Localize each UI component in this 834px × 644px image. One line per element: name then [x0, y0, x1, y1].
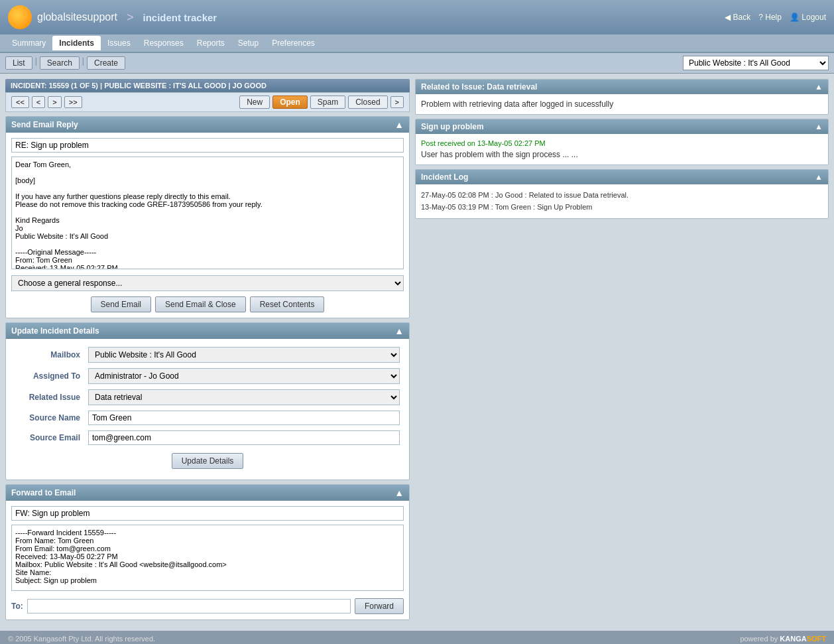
last-page-button[interactable]: >>: [64, 96, 82, 108]
logout-button[interactable]: 👤 Logout: [790, 13, 826, 22]
nav-bar: Summary Incidents Issues Responses Repor…: [0, 34, 834, 53]
mailbox-field[interactable]: Public Website : It's All Good: [88, 347, 400, 363]
more-button[interactable]: >: [390, 96, 404, 108]
mailbox-dropdown[interactable]: Public Website : It's All Good: [683, 56, 829, 70]
update-incident-header[interactable]: Update Incident Details ▲: [6, 323, 409, 339]
source-email-cell: [84, 428, 404, 448]
copyright-text: © 2005 Kangasoft Pty Ltd. All rights res…: [8, 635, 155, 643]
fwd-to-input[interactable]: [27, 599, 351, 613]
nav-responses[interactable]: Responses: [137, 36, 190, 50]
forward-email-header[interactable]: Forward to Email ▲: [6, 485, 409, 501]
source-name-row: Source Name: [11, 408, 404, 428]
sign-up-collapse-icon: ▲: [815, 122, 823, 131]
fwd-to-row: To: Forward: [11, 598, 404, 614]
related-issue-field[interactable]: Data retrieval: [88, 389, 400, 405]
related-issue-body: Problem with retrieving data after logge…: [416, 94, 828, 114]
assigned-to-label: Assigned To: [11, 365, 84, 387]
fwd-body-textarea[interactable]: -----Forward Incident 15559----- From Na…: [11, 525, 404, 591]
page-header: globalsitesupport > incident tracker ◀ B…: [0, 0, 834, 34]
send-email-title: Send Email Reply: [11, 120, 78, 129]
prev-page-button[interactable]: <: [32, 96, 45, 108]
nav-issues[interactable]: Issues: [101, 36, 137, 50]
sign-up-date: Post received on 13-May-05 02:27 PM: [421, 139, 823, 147]
related-issue-cell: Data retrieval: [84, 387, 404, 408]
forward-email-title: Forward to Email: [11, 488, 76, 497]
next-page-button[interactable]: >: [48, 96, 61, 108]
update-form-table: Mailbox Public Website : It's All Good A…: [11, 344, 404, 448]
spam-status-button[interactable]: Spam: [310, 96, 345, 109]
footer: © 2005 Kangasoft Pty Ltd. All rights res…: [0, 631, 834, 644]
related-issue-row: Related Issue Data retrieval: [11, 387, 404, 408]
incident-title: INCIDENT: 15559 (1 OF 5) | PUBLIC WEBSIT…: [5, 79, 410, 92]
send-email-panel: Send Email Reply ▲ Dear Tom Green, [body…: [5, 116, 410, 318]
update-incident-body: Mailbox Public Website : It's All Good A…: [6, 339, 409, 480]
fwd-to-label: To:: [11, 602, 23, 611]
closed-status-button[interactable]: Closed: [348, 96, 387, 109]
nav-incidents[interactable]: Incidents: [52, 36, 101, 50]
email-button-row: Send Email Send Email & Close Reset Cont…: [11, 296, 404, 312]
left-panel: INCIDENT: 15559 (1 OF 5) | PUBLIC WEBSIT…: [5, 79, 410, 620]
send-email-close-button[interactable]: Send Email & Close: [155, 296, 246, 312]
email-body-textarea[interactable]: Dear Tom Green, [body] If you have any f…: [11, 157, 404, 269]
assigned-to-field[interactable]: Administrator - Jo Good: [88, 368, 400, 384]
sign-up-panel: Sign up problem ▲ Post received on 13-Ma…: [415, 119, 829, 165]
update-incident-panel: Update Incident Details ▲ Mailbox Public…: [5, 322, 410, 480]
related-issue-text: Problem with retrieving data after logge…: [421, 99, 823, 109]
source-email-input[interactable]: [88, 430, 400, 445]
sign-up-title: Sign up problem: [421, 122, 484, 131]
open-status-button[interactable]: Open: [272, 96, 308, 109]
logo-icon: [8, 5, 32, 29]
help-button[interactable]: ? Help: [758, 13, 782, 22]
update-button-row: Update Details: [11, 448, 404, 474]
brand-soft: SOFT: [807, 635, 826, 643]
incident-log-panel: Incident Log ▲ 27-May-05 02:08 PM : Jo G…: [415, 169, 829, 219]
new-status-button[interactable]: New: [239, 96, 270, 109]
forward-email-collapse-icon: ▲: [394, 487, 404, 498]
mailbox-cell: Public Website : It's All Good: [84, 344, 404, 365]
nav-setup[interactable]: Setup: [231, 36, 265, 50]
related-issue-label: Related Issue: [11, 387, 84, 408]
search-button[interactable]: Search: [40, 56, 80, 70]
forward-button[interactable]: Forward: [355, 598, 404, 614]
send-email-body: Dear Tom Green, [body] If you have any f…: [6, 133, 409, 318]
forward-email-panel: Forward to Email ▲ -----Forward Incident…: [5, 484, 410, 620]
source-email-label: Source Email: [11, 428, 84, 448]
main-content: INCIDENT: 15559 (1 OF 5) | PUBLIC WEBSIT…: [0, 74, 834, 625]
send-email-button[interactable]: Send Email: [91, 296, 151, 312]
related-issue-collapse-icon: ▲: [815, 82, 823, 92]
nav-reports[interactable]: Reports: [190, 36, 231, 50]
fwd-subject-input[interactable]: [11, 506, 404, 521]
logo-area: globalsitesupport > incident tracker: [8, 5, 217, 29]
first-page-button[interactable]: <<: [11, 96, 29, 108]
source-name-label: Source Name: [11, 408, 84, 428]
toolbar: List | Search | Create Public Website : …: [0, 53, 834, 74]
incident-nav: << < > >> New Open Spam Closed >: [5, 92, 410, 112]
page-subtitle: incident tracker: [143, 12, 217, 23]
incident-log-header[interactable]: Incident Log ▲: [416, 170, 828, 184]
list-button[interactable]: List: [5, 56, 32, 70]
forward-email-body: -----Forward Incident 15559----- From Na…: [6, 501, 409, 619]
nav-preferences[interactable]: Preferences: [265, 36, 322, 50]
update-incident-collapse-icon: ▲: [394, 326, 404, 336]
incident-header-bar: INCIDENT: 15559 (1 OF 5) | PUBLIC WEBSIT…: [5, 79, 410, 112]
send-email-header[interactable]: Send Email Reply ▲: [6, 117, 409, 133]
toolbar-left: List | Search | Create: [5, 56, 125, 70]
sign-up-header[interactable]: Sign up problem ▲: [416, 119, 828, 134]
mailbox-selector: Public Website : It's All Good: [683, 56, 829, 70]
brand-kanga: KANGA: [780, 635, 806, 643]
reset-contents-button[interactable]: Reset Contents: [250, 296, 325, 312]
right-panel: Related to Issue: Data retrieval ▲ Probl…: [415, 79, 829, 620]
assigned-to-cell: Administrator - Jo Good: [84, 365, 404, 387]
source-name-input[interactable]: [88, 411, 400, 425]
back-button[interactable]: ◀ Back: [725, 13, 750, 22]
update-details-button[interactable]: Update Details: [172, 453, 244, 469]
sign-up-text: User has problem with the sign process .…: [421, 150, 823, 159]
incident-log-title: Incident Log: [421, 172, 468, 182]
create-button[interactable]: Create: [87, 56, 125, 70]
update-incident-title: Update Incident Details: [11, 326, 99, 336]
email-subject-input[interactable]: [11, 138, 404, 153]
nav-summary[interactable]: Summary: [5, 36, 52, 50]
general-response-select[interactable]: Choose a general response...: [11, 275, 404, 291]
related-issue-header[interactable]: Related to Issue: Data retrieval ▲: [416, 80, 828, 94]
breadcrumb-separator: >: [127, 11, 134, 25]
